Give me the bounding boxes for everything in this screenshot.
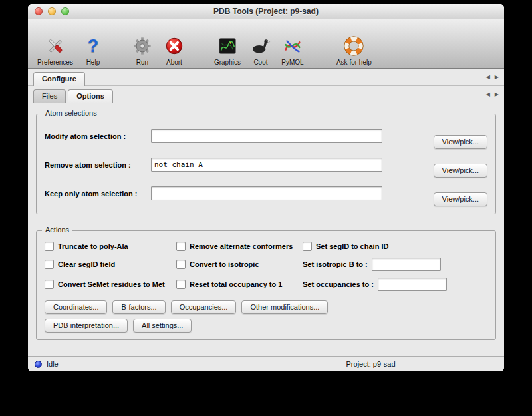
checkbox-box[interactable] [45,260,54,269]
toolbar-label: Abort [166,59,182,66]
remove-view-pick-button[interactable]: View/pick... [434,164,487,178]
toolbar-ask-for-help-button[interactable]: Ask for help [332,34,376,66]
actions-button-row-1: Coordinates... B-factors... Occupancies.… [45,300,487,314]
toolbar-label: Coot [253,59,267,66]
actions-button-row-2: PDB interpretation... All settings... [45,319,487,333]
toolbar-help-button[interactable]: ? Help [77,34,109,66]
graphics-icon [215,34,239,58]
toolbar: Preferences ? Help [28,19,504,69]
checkbox-box[interactable] [45,242,54,251]
checkbox-box[interactable] [45,280,54,289]
outer-tab-scroll: ◀ ▶ [486,75,499,80]
toolbar-label: Graphics [214,59,241,66]
title-bar[interactable]: PDB Tools (Project: p9-sad) [28,4,504,19]
tab-scroll-right-icon[interactable]: ▶ [495,75,499,80]
abort-icon [162,34,186,58]
checkbox-box[interactable] [176,260,186,269]
tab-options[interactable]: Options [68,89,113,103]
preferences-icon [43,34,67,58]
checkbox-label: Set segID to chain ID [316,242,388,250]
checkbox-box[interactable] [176,242,186,251]
remove-atom-selection-row: Remove atom selection : View/pick... [45,158,487,172]
occupancies-button[interactable]: Occupancies... [171,300,237,314]
window-controls [35,7,69,15]
checkbox-label: Clear segID field [58,260,115,268]
checkbox-reset-total-occupancy[interactable]: Reset total occupancy to 1 [176,280,303,289]
set-occupancies-label: Set occupancies to : [303,280,374,288]
set-occupancies-field: Set occupancies to : [303,278,487,291]
set-occupancies-input[interactable] [378,278,447,291]
modify-atom-selection-label: Modify atom selection : [45,132,151,140]
inner-tab-strip: Files Options ◀ ▶ [28,86,504,103]
keep-only-atom-selection-label: Keep only atom selection : [45,190,151,198]
zoom-button[interactable] [61,7,69,15]
checkbox-set-segid-to-chain-id[interactable]: Set segID to chain ID [303,242,487,251]
tab-scroll-right-icon[interactable]: ▶ [495,92,499,97]
toolbar-label: Run [136,59,148,66]
outer-tab-strip: Configure ◀ ▶ [28,69,504,86]
toolbar-graphics-button[interactable]: Graphics [210,34,245,66]
group-title: Actions [42,226,72,234]
help-glyph: ? [88,37,99,55]
window-title: PDB Tools (Project: p9-sad) [213,7,319,16]
checkbox-label: Convert SeMet residues to Met [58,280,165,288]
close-button[interactable] [35,7,43,15]
all-settings-button[interactable]: All settings... [133,319,192,333]
toolbar-coot-button[interactable]: Coot [245,34,277,66]
checkbox-remove-alternate-conformers[interactable]: Remove alternate conformers [176,242,303,251]
coot-icon [249,34,273,58]
b-factors-button[interactable]: B-factors... [112,300,165,314]
checkbox-truncate-to-poly-ala[interactable]: Truncate to poly-Ala [45,242,176,251]
checkbox-clear-segid-field[interactable]: Clear segID field [45,260,176,269]
group-title: Atom selections [42,109,100,117]
checkbox-label: Convert to isotropic [190,260,259,268]
tab-scroll-left-icon[interactable]: ◀ [486,75,490,80]
tab-files[interactable]: Files [33,89,66,103]
status-text: Idle [47,360,59,368]
pdb-interpretation-button[interactable]: PDB interpretation... [45,319,128,333]
project-label: Project: p9-sad [346,360,396,368]
inner-tab-scroll: ◀ ▶ [486,92,499,97]
coordinates-button[interactable]: Coordinates... [45,300,107,314]
modify-atom-selection-input[interactable] [151,129,382,143]
status-bar: Idle Project: p9-sad [28,356,504,371]
app-window: PDB Tools (Project: p9-sad) Preferences … [28,4,504,371]
checkbox-convert-semet-to-met[interactable]: Convert SeMet residues to Met [45,280,176,289]
tab-configure[interactable]: Configure [33,72,85,86]
set-isotropic-b-input[interactable] [372,258,441,271]
help-icon: ? [81,34,105,58]
checkbox-convert-to-isotropic[interactable]: Convert to isotropic [176,260,303,269]
set-isotropic-b-field: Set isotropic B to : [303,258,487,271]
pymol-icon [281,34,305,58]
toolbar-preferences-button[interactable]: Preferences [33,34,77,66]
checkbox-label: Reset total occupancy to 1 [190,280,282,288]
modify-view-pick-button[interactable]: View/pick... [434,135,487,149]
set-isotropic-b-label: Set isotropic B to : [303,260,368,268]
checkbox-label: Truncate to poly-Ala [58,242,128,250]
keep-only-atom-selection-row: Keep only atom selection : View/pick... [45,186,487,200]
checkbox-box[interactable] [303,242,312,251]
remove-atom-selection-input[interactable] [151,158,382,172]
toolbar-label: Preferences [37,59,73,66]
checkbox-label: Remove alternate conformers [190,242,293,250]
keep-only-atom-selection-input[interactable] [151,186,382,200]
status-indicator-icon [35,361,42,368]
toolbar-label: PyMOL [281,59,303,66]
checkbox-box[interactable] [176,280,186,289]
remove-atom-selection-label: Remove atom selection : [45,161,151,169]
run-icon [130,34,154,58]
toolbar-abort-button[interactable]: Abort [158,34,190,66]
minimize-button[interactable] [48,7,56,15]
modify-atom-selection-row: Modify atom selection : View/pick... [45,129,487,143]
options-panel: Atom selections Modify atom selection : … [28,103,504,356]
ask-for-help-icon [342,34,366,58]
actions-group: Actions Truncate to poly-Ala Remove alte… [36,230,496,340]
toolbar-label: Ask for help [336,59,372,66]
tab-scroll-left-icon[interactable]: ◀ [486,92,490,97]
toolbar-run-button[interactable]: Run [126,34,158,66]
toolbar-label: Help [86,59,100,66]
keep-only-view-pick-button[interactable]: View/pick... [434,192,487,206]
toolbar-pymol-button[interactable]: PyMOL [277,34,309,66]
atom-selections-group: Atom selections Modify atom selection : … [36,114,496,214]
other-modifications-button[interactable]: Other modifications... [241,300,328,314]
